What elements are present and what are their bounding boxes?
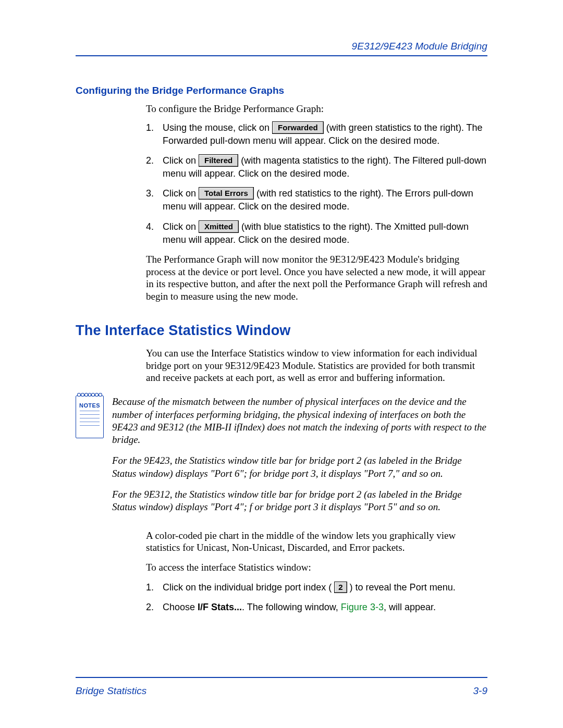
step-number: 1. [146, 121, 154, 134]
notes-block: NOTES Because of the mismatch between th… [76, 396, 487, 522]
note-paragraph: For the 9E423, the Statistics window tit… [112, 454, 487, 480]
footer-rule [76, 677, 487, 678]
step-text-post: , will appear. [384, 602, 436, 612]
xmitted-button[interactable]: Xmitted [199, 220, 239, 233]
total-errors-button[interactable]: Total Errors [199, 187, 254, 200]
note-paragraph: Because of the mismatch between the numb… [112, 396, 487, 446]
menu-item-if-stats: I/F Stats... [198, 602, 242, 612]
step-text-pre: Choose [163, 602, 198, 612]
header-rule [76, 55, 487, 56]
config-follow: The Performance Graph will now monitor t… [146, 253, 487, 303]
step-text-pre: Click on the individual bridge port inde… [163, 582, 332, 593]
footer-left: Bridge Statistics [76, 685, 146, 697]
config-intro: To configure the Bridge Performance Grap… [146, 103, 487, 115]
notes-text: Because of the mismatch between the numb… [112, 396, 487, 522]
step-number: 2. [146, 154, 154, 167]
step-number: 3. [146, 187, 154, 200]
forwarded-button[interactable]: Forwarded [272, 121, 324, 134]
port-index-button[interactable]: 2 [334, 582, 347, 593]
step-item: 1. Using the mouse, click on Forwarded (… [146, 121, 487, 147]
step-number: 1. [146, 581, 154, 594]
heading-configuring: Configuring the Bridge Performance Graph… [76, 85, 487, 96]
step-text-post: ) to reveal the Port menu. [350, 582, 456, 593]
note-paragraph: For the 9E312, the Statistics window tit… [112, 488, 487, 514]
config-steps: 1. Using the mouse, click on Forwarded (… [146, 121, 487, 246]
step-number: 2. [146, 601, 154, 613]
figure-link[interactable]: Figure 3-3 [341, 602, 384, 612]
step-text-pre: Click on [163, 221, 199, 232]
notes-label: NOTES [76, 402, 103, 409]
step-text-pre: Using the mouse, click on [163, 122, 272, 133]
step-item: 4. Click on Xmitted (with blue statistic… [146, 220, 487, 246]
pie-chart-text: A color-coded pie chart in the middle of… [146, 529, 487, 554]
access-intro: To access the interface Statistics windo… [146, 561, 487, 574]
running-header: 9E312/9E423 Module Bridging [76, 41, 487, 52]
ifstats-intro: You can use the Interface Statistics win… [146, 347, 487, 384]
step-item: 3. Click on Total Errors (with red stati… [146, 187, 487, 213]
step-text-pre: Click on [163, 188, 199, 199]
step-item: 1. Click on the individual bridge port i… [146, 581, 487, 594]
step-number: 4. [146, 220, 154, 233]
footer-page-number: 3-9 [473, 685, 487, 697]
step-text-mid: . The following window, [242, 602, 341, 612]
filtered-button[interactable]: Filtered [199, 154, 238, 167]
heading-interface-stats: The Interface Statistics Window [76, 323, 487, 339]
step-item: 2. Click on Filtered (with magenta stati… [146, 154, 487, 180]
step-text-pre: Click on [163, 155, 199, 166]
notes-icon: NOTES [76, 396, 105, 438]
step-item: 2. Choose I/F Stats.... The following wi… [146, 601, 487, 613]
access-steps: 1. Click on the individual bridge port i… [146, 581, 487, 614]
